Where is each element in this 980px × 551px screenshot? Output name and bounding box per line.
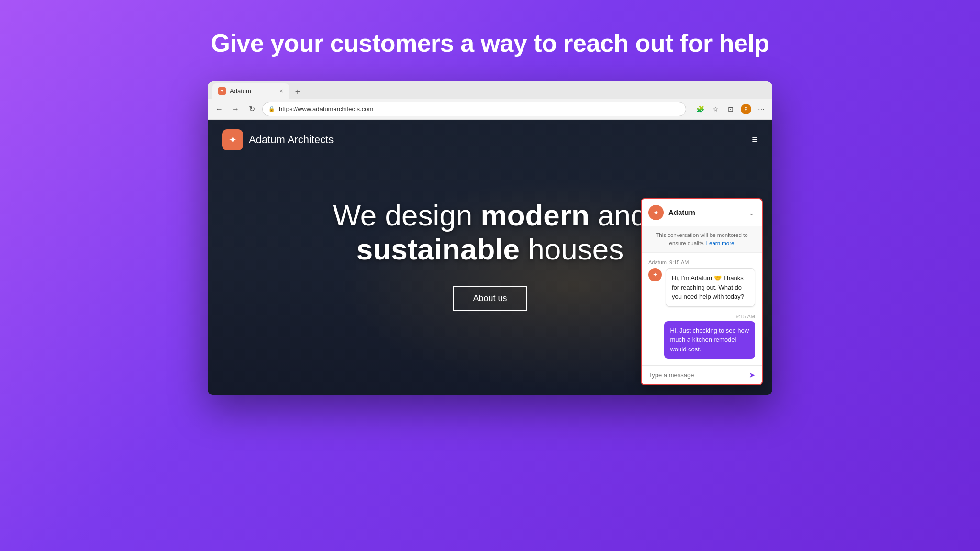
- url-text: https://www.adatumarchitects.com: [279, 105, 373, 112]
- chat-widget: ✦ Adatum ⌄ This conversation will be mon…: [641, 198, 763, 386]
- page-headline: Give your customers a way to reach out f…: [211, 29, 769, 57]
- lock-icon: 🔒: [268, 106, 275, 112]
- bot-avatar-small: ✦: [648, 268, 662, 281]
- hero-title-part3: houses: [520, 233, 624, 266]
- about-us-button[interactable]: About us: [453, 286, 527, 311]
- chat-bot-avatar: ✦: [648, 205, 664, 220]
- chat-learn-more-link[interactable]: Learn more: [706, 240, 735, 246]
- bot-message-text: Hi, I'm Adatum 🤝 Thanks for reaching out…: [672, 274, 744, 300]
- browser-toolbar-right: 🧩 ☆ ⊡ P ⋯: [695, 104, 767, 114]
- chat-minimize-button[interactable]: ⌄: [748, 207, 755, 218]
- hero-title-part1: We design: [333, 199, 480, 232]
- user-bubble: Hi. Just checking to see how much a kitc…: [664, 321, 755, 359]
- user-message-text: Hi. Just checking to see how much a kitc…: [670, 327, 749, 353]
- chat-messages: Adatum 9:15 AM ✦ Hi, I'm Adatum 🤝 Thanks…: [642, 253, 762, 365]
- new-tab-button[interactable]: +: [291, 85, 304, 99]
- settings-icon[interactable]: ⋯: [756, 104, 767, 114]
- user-message-row: 9:15 AM Hi. Just checking to see how muc…: [648, 314, 755, 359]
- profile-avatar[interactable]: P: [741, 104, 751, 114]
- back-button[interactable]: ←: [213, 103, 225, 115]
- bot-message-row: Adatum 9:15 AM ✦ Hi, I'm Adatum 🤝 Thanks…: [648, 259, 755, 307]
- website-nav: ✦ Adatum Architects ≡: [208, 120, 772, 160]
- hero-title-part2: and: [590, 199, 647, 232]
- browser-tab[interactable]: ✦ Adatum ×: [212, 83, 289, 99]
- chat-input-area[interactable]: ➤: [642, 365, 762, 384]
- tab-favicon: ✦: [218, 87, 226, 95]
- logo-icon: ✦: [222, 129, 243, 150]
- website-content: ✦ Adatum Architects ≡ We design modern a…: [208, 120, 772, 395]
- chat-send-button[interactable]: ➤: [749, 371, 755, 380]
- chat-header: ✦ Adatum ⌄: [642, 199, 762, 226]
- collections-icon[interactable]: ⊡: [725, 104, 736, 114]
- chat-bot-name: Adatum: [668, 208, 695, 216]
- forward-button[interactable]: →: [230, 103, 241, 115]
- favorites-icon[interactable]: ☆: [710, 104, 721, 114]
- bot-message-header: Adatum 9:15 AM: [648, 259, 755, 265]
- hero-title-bold1: modern: [481, 199, 590, 232]
- site-logo: ✦ Adatum Architects: [222, 129, 334, 150]
- chat-message-input[interactable]: [648, 371, 745, 379]
- extensions-icon[interactable]: 🧩: [695, 104, 705, 114]
- user-timestamp: 9:15 AM: [736, 314, 755, 319]
- bot-label: Adatum: [648, 259, 667, 265]
- chat-header-left: ✦ Adatum: [648, 205, 695, 220]
- bot-bubble: Hi, I'm Adatum 🤝 Thanks for reaching out…: [666, 268, 755, 307]
- hero-title-bold2: sustainable: [356, 233, 520, 266]
- bot-message-content: ✦ Hi, I'm Adatum 🤝 Thanks for reaching o…: [648, 268, 755, 307]
- browser-tab-bar: ✦ Adatum × +: [208, 81, 772, 99]
- refresh-button[interactable]: ↻: [246, 103, 257, 115]
- hamburger-menu-icon[interactable]: ≡: [752, 134, 758, 146]
- site-name: Adatum Architects: [249, 134, 334, 146]
- browser-window: ✦ Adatum × + ← → ↻ 🔒 https://www.adatuma…: [208, 81, 772, 395]
- browser-addressbar: ← → ↻ 🔒 https://www.adatumarchitects.com…: [208, 99, 772, 120]
- bot-time: 9:15 AM: [669, 259, 689, 265]
- chat-notice: This conversation will be monitored to e…: [642, 226, 762, 253]
- tab-close-button[interactable]: ×: [279, 87, 283, 95]
- tab-label: Adatum: [230, 88, 251, 95]
- address-bar[interactable]: 🔒 https://www.adatumarchitects.com: [262, 102, 686, 116]
